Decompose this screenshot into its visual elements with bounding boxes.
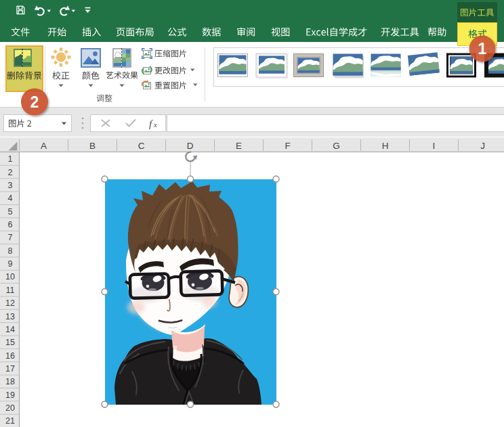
svg-text:F: F (285, 141, 290, 151)
svg-text:2: 2 (30, 93, 39, 111)
svg-text:11: 11 (6, 286, 15, 295)
svg-text:4: 4 (8, 194, 13, 203)
svg-text:x: x (153, 120, 157, 129)
svg-text:17: 17 (5, 364, 15, 374)
svg-text:1: 1 (478, 40, 487, 58)
svg-text:12: 12 (5, 298, 15, 308)
svg-text:16: 16 (5, 351, 15, 361)
svg-text:B: B (89, 141, 96, 151)
svg-text:3: 3 (8, 181, 13, 190)
svg-text:E: E (236, 141, 242, 151)
svg-text:1: 1 (8, 154, 13, 164)
svg-text:19: 19 (5, 390, 15, 400)
svg-text:5: 5 (8, 207, 13, 217)
svg-text:H: H (382, 141, 389, 151)
svg-text:18: 18 (5, 377, 15, 386)
svg-text:20: 20 (5, 403, 15, 413)
svg-text:G: G (333, 141, 340, 151)
svg-text:9: 9 (8, 259, 13, 269)
svg-text:A: A (41, 141, 47, 151)
svg-text:21: 21 (5, 416, 15, 426)
svg-text:2: 2 (8, 168, 13, 177)
svg-text:13: 13 (5, 312, 15, 321)
svg-text:f: f (149, 118, 153, 129)
svg-text:14: 14 (5, 325, 15, 334)
svg-text:7: 7 (8, 233, 13, 242)
svg-text:I: I (433, 141, 436, 151)
svg-text:15: 15 (5, 338, 15, 347)
svg-text:10: 10 (5, 272, 15, 282)
svg-text:6: 6 (8, 220, 13, 229)
svg-text:J: J (480, 141, 485, 151)
svg-text:C: C (138, 141, 145, 151)
svg-text:8: 8 (8, 246, 13, 256)
